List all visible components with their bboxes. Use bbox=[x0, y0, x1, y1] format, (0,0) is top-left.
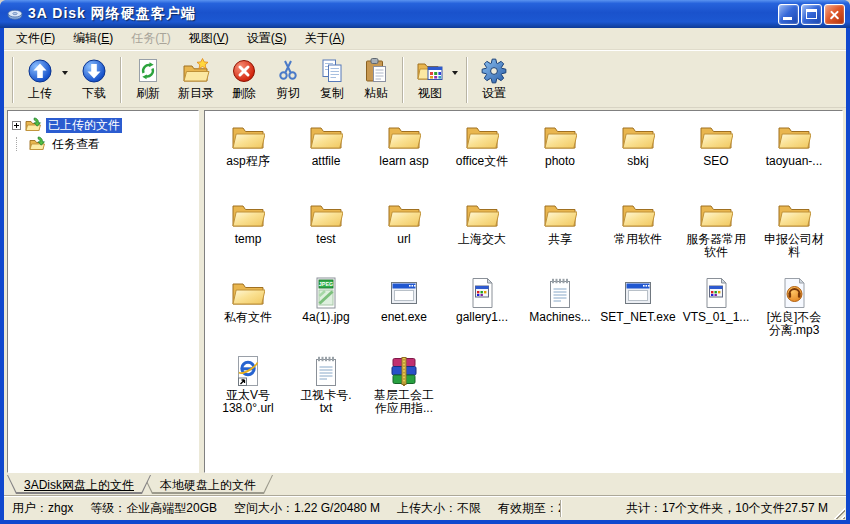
toolbar-button-download[interactable]: 下载 bbox=[72, 54, 116, 105]
menu-item-3[interactable]: 视图(V) bbox=[180, 27, 238, 50]
toolbar-button-delete[interactable]: 删除 bbox=[222, 54, 266, 105]
tree-expander[interactable] bbox=[12, 121, 21, 130]
file-name: 服务器常用 软件 bbox=[686, 233, 746, 259]
status-field-3: 上传大小：不限 bbox=[397, 500, 481, 517]
rar-icon bbox=[387, 355, 421, 387]
file-item[interactable]: 申报公司材 料 bbox=[755, 195, 833, 273]
maximize-button[interactable] bbox=[801, 4, 822, 25]
file-item[interactable]: Machines... bbox=[521, 273, 599, 351]
menu-item-1[interactable]: 编辑(E) bbox=[64, 27, 122, 50]
file-item[interactable]: 共享 bbox=[521, 195, 599, 273]
tab-label: 3ADisk网盘上的文件 bbox=[8, 475, 150, 492]
file-panel: asp程序attfilelearn aspoffice文件photosbkjSE… bbox=[204, 110, 843, 473]
file-item[interactable]: 亚太V号 138.0°.url bbox=[209, 351, 287, 429]
file-item[interactable]: 私有文件 bbox=[209, 273, 287, 351]
file-item[interactable]: VTS_01_1... bbox=[677, 273, 755, 351]
file-item[interactable]: office文件 bbox=[443, 117, 521, 195]
url-icon bbox=[231, 355, 265, 387]
tab-0[interactable]: 3ADisk网盘上的文件 bbox=[7, 475, 151, 494]
tree-connector bbox=[16, 137, 25, 151]
folder-icon bbox=[465, 199, 499, 231]
menu-item-4[interactable]: 设置(S) bbox=[238, 27, 296, 50]
file-item[interactable]: url bbox=[365, 195, 443, 273]
toolbar-button-refresh[interactable]: 刷新 bbox=[126, 54, 170, 105]
close-button[interactable] bbox=[824, 4, 845, 25]
window-title: 3A Disk 网络硬盘客户端 bbox=[28, 5, 196, 23]
file-name: sbkj bbox=[627, 155, 648, 168]
menu-item-5[interactable]: 关于(A) bbox=[296, 27, 354, 50]
file-item[interactable]: 服务器常用 软件 bbox=[677, 195, 755, 273]
toolbar-button-view[interactable]: 视图 bbox=[408, 54, 452, 105]
svg-text:JPEG: JPEG bbox=[319, 281, 333, 287]
toolbar-separator bbox=[12, 57, 14, 103]
file-item[interactable]: sbkj bbox=[599, 117, 677, 195]
file-item[interactable]: [光良]不会 分离.mp3 bbox=[755, 273, 833, 351]
toolbar-button-settings[interactable]: 设置 bbox=[472, 54, 516, 105]
menu-item-0[interactable]: 文件(F) bbox=[7, 27, 64, 50]
file-item[interactable]: taoyuan-... bbox=[755, 117, 833, 195]
tree-item-label: 已上传的文件 bbox=[46, 118, 122, 133]
file-item[interactable]: 常用软件 bbox=[599, 195, 677, 273]
file-item[interactable]: enet.exe bbox=[365, 273, 443, 351]
titlebar[interactable]: 3A Disk 网络硬盘客户端 bbox=[0, 0, 850, 28]
file-grid: asp程序attfilelearn aspoffice文件photosbkjSE… bbox=[209, 117, 842, 429]
sidebar-item-0[interactable]: 已上传的文件 bbox=[10, 116, 196, 135]
file-item[interactable]: test bbox=[287, 195, 365, 273]
folder-icon bbox=[387, 121, 421, 153]
file-item[interactable]: JPEG4a(1).jpg bbox=[287, 273, 365, 351]
minimize-button[interactable] bbox=[778, 4, 799, 25]
sidebar-item-1[interactable]: 任务查看 bbox=[10, 135, 196, 154]
file-item[interactable]: photo bbox=[521, 117, 599, 195]
text-icon bbox=[543, 277, 577, 309]
file-name: enet.exe bbox=[381, 311, 427, 324]
toolbar-button-paste[interactable]: 粘贴 bbox=[354, 54, 398, 105]
status-field-2: 空间大小：1.22 G/20480 M bbox=[234, 500, 380, 517]
file-name: test bbox=[316, 233, 335, 246]
file-item[interactable]: 上海交大 bbox=[443, 195, 521, 273]
jpeg-icon: JPEG bbox=[309, 277, 343, 309]
app-window: 3A Disk 网络硬盘客户端 文件(F)编辑(E)任务(T)视图(V)设置(S… bbox=[0, 0, 850, 524]
folder-icon bbox=[309, 121, 343, 153]
upload-icon bbox=[26, 57, 54, 85]
file-item[interactable]: 基层工会工 作应用指... bbox=[365, 351, 443, 429]
toolbar-button-cut[interactable]: 剪切 bbox=[266, 54, 310, 105]
status-field-4: 有效期至：2009-05-29 bbox=[498, 500, 560, 517]
file-item[interactable]: SEO bbox=[677, 117, 755, 195]
file-item[interactable]: 卫视卡号. txt bbox=[287, 351, 365, 429]
file-name: asp程序 bbox=[226, 155, 269, 168]
toolbar-button-label: 设置 bbox=[482, 86, 506, 100]
file-item[interactable]: attfile bbox=[287, 117, 365, 195]
file-item[interactable]: gallery1... bbox=[443, 273, 521, 351]
toolbar-button-label: 复制 bbox=[320, 86, 344, 100]
paste-icon bbox=[362, 57, 390, 85]
dropdown-arrow-view[interactable] bbox=[452, 54, 462, 105]
file-item[interactable]: learn asp bbox=[365, 117, 443, 195]
folder-icon bbox=[621, 199, 655, 231]
file-item[interactable]: asp程序 bbox=[209, 117, 287, 195]
folder-icon bbox=[699, 121, 733, 153]
chevron-down-icon bbox=[62, 71, 68, 75]
toolbar-separator bbox=[466, 57, 468, 103]
minimize-icon bbox=[783, 17, 792, 20]
toolbar-button-label: 粘贴 bbox=[364, 86, 388, 100]
file-name: 卫视卡号. txt bbox=[300, 389, 351, 415]
file-item[interactable]: SET_NET.exe bbox=[599, 273, 677, 351]
toolbar-button-new-folder[interactable]: 新目录 bbox=[170, 54, 222, 105]
toolbar-separator bbox=[402, 57, 404, 103]
file-item[interactable]: temp bbox=[209, 195, 287, 273]
folder-go-icon bbox=[25, 117, 42, 133]
folder-icon bbox=[621, 121, 655, 153]
toolbar-button-label: 新目录 bbox=[178, 86, 214, 100]
toolbar-button-copy[interactable]: 复制 bbox=[310, 54, 354, 105]
settings-icon bbox=[480, 57, 508, 85]
status-left-panel: 用户：zhgx等级：企业高端型20GB空间大小：1.22 G/20480 M上传… bbox=[4, 500, 560, 517]
toolbar-button-label: 下载 bbox=[82, 86, 106, 100]
file-name: url bbox=[397, 233, 410, 246]
dropdown-arrow-upload[interactable] bbox=[62, 54, 72, 105]
menu-item-2: 任务(T) bbox=[122, 27, 179, 50]
tab-label: 本地硬盘上的文件 bbox=[144, 475, 272, 492]
toolbar-button-upload[interactable]: 上传 bbox=[18, 54, 62, 105]
disk-app-icon bbox=[7, 5, 23, 24]
folder-tree-panel: 已上传的文件任务查看 bbox=[7, 110, 199, 473]
tab-1[interactable]: 本地硬盘上的文件 bbox=[143, 475, 273, 494]
